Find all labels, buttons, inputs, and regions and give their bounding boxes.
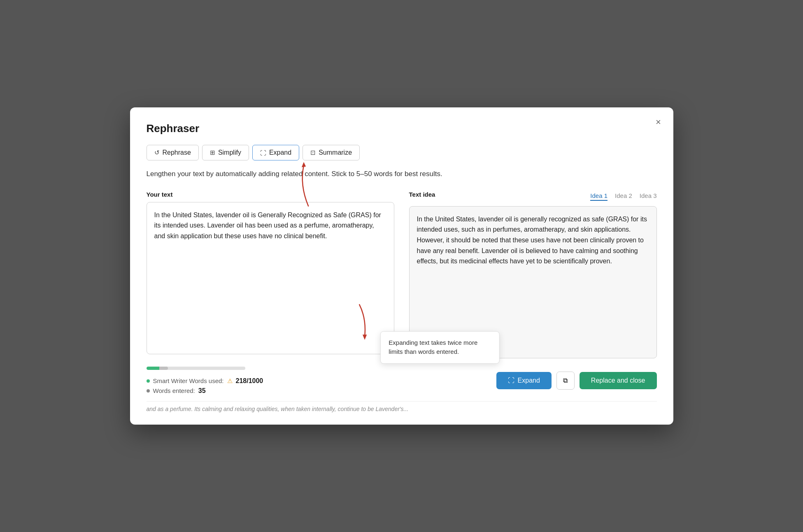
replace-and-close-button[interactable]: Replace and close — [580, 372, 657, 389]
modal-title: Rephraser — [147, 122, 657, 135]
your-text-label: Your text — [147, 191, 394, 198]
svg-marker-0 — [301, 162, 305, 167]
your-text-col: Your text In the United States, lavender… — [147, 191, 394, 358]
tab-summarize[interactable]: ⊡ Summarize — [303, 145, 360, 160]
simplify-icon: ⊞ — [210, 149, 215, 156]
idea-tabs: Idea 1 Idea 2 Idea 3 — [590, 192, 656, 201]
rephrase-icon: ↺ — [154, 149, 160, 156]
words-entered-value: 35 — [198, 387, 206, 395]
action-buttons: ⛶ Expand ⧉ Replace and close — [496, 372, 657, 390]
tab-expand[interactable]: ⛶ Expand — [252, 145, 299, 160]
summarize-icon: ⊡ — [310, 149, 316, 156]
words-used-stat: Smart Writer Words used: ⚠ 218/1000 — [147, 377, 263, 385]
expand-tab-icon: ⛶ — [260, 149, 266, 156]
idea-tab-1[interactable]: Idea 1 — [590, 192, 607, 201]
text-idea-label: Text idea — [409, 191, 435, 198]
bottom-fade-text: and as a perfume. Its calming and relaxi… — [147, 401, 657, 412]
words-entered-stat: Words entered: 35 — [147, 387, 263, 395]
idea-tab-2[interactable]: Idea 2 — [615, 192, 632, 201]
progress-bar — [147, 367, 245, 370]
your-text-box[interactable]: In the United States, lavender oil is Ge… — [147, 202, 394, 354]
copy-icon: ⧉ — [563, 377, 568, 384]
rephraser-modal: × Rephraser ↺ Rephrase ⊞ Simplify ⛶ Expa… — [130, 107, 673, 425]
tab-rephrase[interactable]: ↺ Rephrase — [147, 145, 199, 160]
tooltip-box: Expanding text takes twice more limits t… — [380, 331, 499, 364]
description-text: Lengthen your text by automatically addi… — [147, 169, 657, 179]
expand-btn-icon: ⛶ — [508, 377, 514, 384]
stats-section: Smart Writer Words used: ⚠ 218/1000 Word… — [147, 367, 263, 395]
copy-button[interactable]: ⧉ — [556, 372, 575, 390]
tab-simplify[interactable]: ⊞ Simplify — [202, 145, 249, 160]
progress-fill — [147, 367, 168, 370]
words-entered-bullet — [147, 389, 150, 393]
words-used-bullet — [147, 379, 150, 383]
expand-button[interactable]: ⛶ Expand — [496, 372, 552, 389]
words-used-value: 218/1000 — [236, 377, 263, 385]
warning-icon: ⚠ — [227, 377, 233, 385]
close-button[interactable]: × — [652, 116, 665, 129]
tabs-row: ↺ Rephrase ⊞ Simplify ⛶ Expand ⊡ Summari… — [147, 145, 657, 160]
idea-tab-3[interactable]: Idea 3 — [640, 192, 657, 201]
bottom-bar: Smart Writer Words used: ⚠ 218/1000 Word… — [147, 367, 657, 395]
